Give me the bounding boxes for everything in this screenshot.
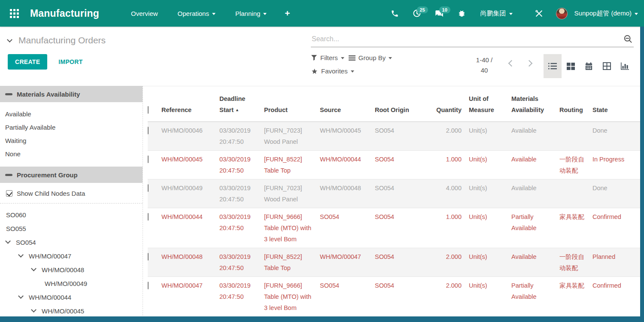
tools-icon[interactable] [530,6,548,21]
cell-source: SO054 [320,277,375,294]
search-magnifier-icon[interactable] [623,34,633,44]
table-row[interactable]: WH/MO/00044 03/30/2019 20:47:50 [FURN_96… [148,208,644,248]
cell-uom: Unit(s) [464,277,508,294]
row-checkbox[interactable] [148,127,149,134]
col-materials-availability[interactable]: Materials Availability [508,93,556,115]
cell-routing: 家具装配 [556,208,589,225]
page-title: Manufacturing Orders [18,35,106,46]
cell-routing: 一阶段自动装配 [556,248,589,276]
sidebar-item-waiting[interactable]: Waiting [0,134,143,147]
row-checkbox[interactable] [148,253,149,261]
chevron-down-icon[interactable] [18,293,24,299]
cell-reference: WH/MO/00048 [161,248,219,265]
col-root-origin[interactable]: Root Origin [375,104,426,115]
cell-source: WH/MO/00048 [320,179,375,197]
cell-routing: 一阶段自动装配 [556,151,589,179]
create-button[interactable]: CREATE [8,54,47,70]
cell-uom: Unit(s) [464,208,508,225]
col-routing[interactable]: Routing [556,104,589,115]
cell-product: [FURN_9666] Table (MTO) with 3 level Bom [264,208,320,248]
chevron-down-icon [212,13,216,15]
sidebar-item-partially-available[interactable]: Partially Available [0,121,143,134]
pager-next-icon[interactable] [526,60,533,67]
favorites-dropdown[interactable]: Favorites [311,67,354,75]
col-quantity[interactable]: Quantity [426,104,464,115]
user-menu[interactable]: Sunpop超管 (demo) [574,9,638,18]
star-icon [311,68,318,75]
company-switcher[interactable]: 尚鹏集团 [474,5,519,22]
cell-quantity: 4.000 [426,179,464,197]
col-deadline-start[interactable]: Deadline Start▲ [219,93,264,115]
cell-state: Confirmed [589,208,628,225]
quick-add-button[interactable]: + [280,6,294,20]
sidebar-item-none[interactable]: None [0,147,143,161]
sort-asc-icon: ▲ [235,108,239,112]
tree-item-wh-mo-00049[interactable]: WH/MO/00049 [0,276,143,290]
cell-deadline: 03/30/2019 20:47:50 [219,248,264,276]
kanban-view-button[interactable] [562,54,580,78]
chevron-down-icon[interactable] [31,266,36,271]
pager-previous-icon[interactable] [508,60,515,67]
tree-item-wh-mo-00045[interactable]: WH/MO/00045 [0,304,143,318]
import-button[interactable]: IMPORT [58,58,82,65]
tree-item-wh-mo-00044[interactable]: WH/MO/00044 [0,290,143,304]
row-checkbox[interactable] [148,282,149,289]
user-avatar[interactable] [556,8,568,19]
activities-clock-icon[interactable]: 25 [407,6,426,21]
table-row[interactable]: WH/MO/00048 03/30/2019 20:47:50 [FURN_85… [148,248,644,277]
tree-item-wh-mo-00047[interactable]: WH/MO/00047 [0,249,143,263]
search-input[interactable] [312,35,623,43]
topbar-right: 25 10 尚鹏集团 Sunpop超管 (demo) [386,5,638,22]
table-row[interactable]: WH/MO/00046 03/30/2019 20:47:50 [FURN_70… [148,122,644,151]
table-row[interactable]: WH/MO/00047 03/30/2019 20:47:50 [FURN_96… [148,277,644,317]
show-child-nodes-checkbox-row[interactable]: Show Child Nodes Data [0,183,143,202]
calendar-view-button[interactable] [580,54,598,78]
sidebar-section-procurement-group[interactable]: Procurement Group [0,167,143,183]
cell-routing: 家具装配 [556,277,589,294]
phone-icon[interactable] [386,6,404,21]
graph-view-button[interactable] [616,54,634,78]
table-row[interactable]: WH/MO/00049 03/30/2019 20:47:50 [FURN_70… [148,179,644,208]
pivot-view-button[interactable] [598,54,616,78]
filter-funnel-icon [311,55,317,61]
table-row[interactable]: WH/MO/00045 03/30/2019 20:47:50 [FURN_85… [148,151,644,179]
chevron-down-icon[interactable] [18,252,24,258]
group-by-dropdown[interactable]: Group By [349,54,392,61]
col-reference[interactable]: Reference [161,104,219,115]
row-checkbox[interactable] [148,155,149,163]
tree-item-so054[interactable]: SO054 [0,235,143,249]
tree-item-so055[interactable]: SO055 [0,222,143,235]
bug-icon[interactable] [453,6,471,21]
apps-grid-icon[interactable] [8,7,21,20]
show-child-nodes-checkbox[interactable] [6,190,12,197]
menu-overview[interactable]: Overview [125,6,164,21]
col-state[interactable]: State [589,104,628,115]
menu-planning[interactable]: Planning [229,6,273,21]
sidebar-section-materials-availability[interactable]: Materials Availability [0,86,143,102]
tree-item-wh-mo-00048[interactable]: WH/MO/00048 [0,263,143,276]
app-title[interactable]: Manufacturing [30,8,99,19]
cell-source: WH/MO/00045 [320,122,375,139]
col-source[interactable]: Source [320,104,375,115]
col-unit-of-measure[interactable]: Unit of Measure [464,93,508,115]
row-checkbox[interactable] [148,184,149,192]
filters-dropdown[interactable]: Filters [311,54,344,61]
breadcrumb-chevron-icon[interactable] [7,37,12,43]
cell-reference: WH/MO/00044 [161,208,219,225]
messages-icon[interactable]: 10 [430,6,449,21]
chevron-down-icon [635,13,638,15]
menu-operations[interactable]: Operations [172,6,222,21]
sidebar-item-available[interactable]: Available [0,107,143,121]
cell-state: Planned [589,248,628,265]
col-product[interactable]: Product [264,104,320,115]
chevron-down-icon[interactable] [5,238,11,244]
tree-item-so060[interactable]: SO060 [0,208,143,222]
row-checkbox[interactable] [148,213,149,221]
list-view-button[interactable] [544,54,562,78]
cell-quantity: 2.000 [426,277,464,294]
select-all-checkbox[interactable] [148,106,149,114]
cell-state: Done [589,122,628,139]
cell-quantity: 2.000 [426,248,464,265]
chevron-down-icon[interactable] [31,307,36,313]
cell-root-origin: SO054 [375,179,426,197]
